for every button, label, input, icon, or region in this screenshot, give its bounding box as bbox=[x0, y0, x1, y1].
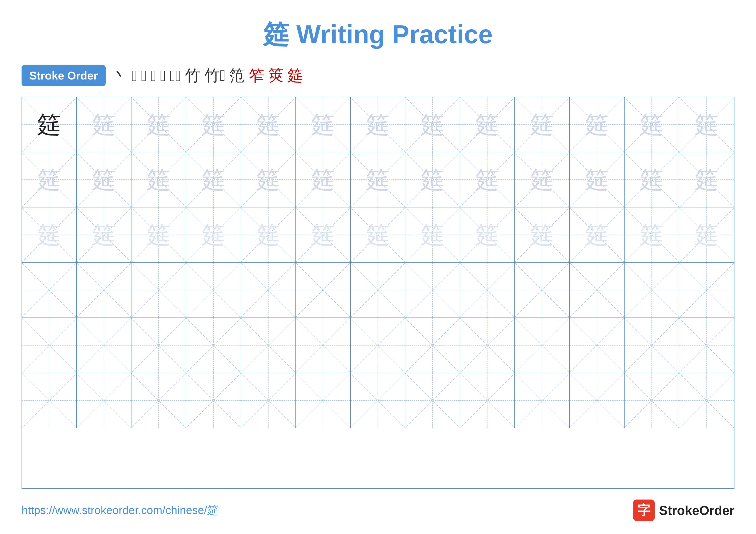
strokeorder-logo-icon: 字 bbox=[633, 499, 655, 521]
grid-cell[interactable]: 筵 bbox=[625, 152, 679, 207]
grid-cell[interactable]: 筵 bbox=[351, 97, 405, 152]
grid-cell[interactable] bbox=[515, 263, 570, 317]
grid-cell[interactable]: 筵 bbox=[77, 207, 131, 262]
practice-char: 筵 bbox=[421, 168, 445, 191]
grid-cell[interactable]: 筵 bbox=[22, 152, 77, 207]
grid-cell[interactable] bbox=[570, 373, 625, 428]
grid-cell[interactable] bbox=[186, 373, 241, 428]
grid-cell[interactable] bbox=[460, 373, 515, 428]
grid-cell[interactable] bbox=[22, 373, 77, 428]
grid-cell[interactable]: 筵 bbox=[405, 97, 460, 152]
grid-cell[interactable] bbox=[77, 318, 131, 373]
grid-cell[interactable]: 筵 bbox=[515, 97, 570, 152]
grid-cell[interactable]: 筵 bbox=[186, 152, 241, 207]
grid-cell[interactable]: 筵 bbox=[570, 97, 625, 152]
grid-cell[interactable]: 筵 bbox=[515, 152, 570, 207]
practice-char: 筵 bbox=[640, 168, 663, 191]
grid-cell[interactable]: 筵 bbox=[460, 152, 515, 207]
grid-cell[interactable]: 筵 bbox=[296, 207, 351, 262]
grid-cell[interactable] bbox=[351, 318, 405, 373]
grid-cell[interactable] bbox=[405, 318, 460, 373]
grid-cell[interactable]: 筵 bbox=[515, 207, 570, 262]
grid-cell[interactable] bbox=[186, 318, 241, 373]
grid-cell[interactable]: 筵 bbox=[131, 97, 186, 152]
practice-char: 筵 bbox=[530, 223, 554, 247]
grid-cell[interactable]: 筵 bbox=[405, 207, 460, 262]
grid-cell[interactable]: 筵 bbox=[460, 97, 515, 152]
grid-cell[interactable] bbox=[241, 373, 296, 428]
stroke-12: 筵 bbox=[287, 65, 303, 86]
grid-cell[interactable] bbox=[77, 373, 131, 428]
practice-char: 筵 bbox=[256, 223, 280, 247]
grid-cell[interactable]: 筵 bbox=[77, 152, 131, 207]
grid-cell[interactable] bbox=[679, 263, 734, 317]
grid-cell[interactable] bbox=[296, 373, 351, 428]
grid-cell[interactable] bbox=[131, 318, 186, 373]
grid-cell[interactable]: 筵 bbox=[22, 207, 77, 262]
grid-cell[interactable]: 筵 bbox=[131, 207, 186, 262]
title-char: 筵 bbox=[263, 20, 289, 49]
grid-cell[interactable]: 筵 bbox=[351, 207, 405, 262]
grid-cell[interactable]: 筵 bbox=[679, 207, 734, 262]
grid-cell[interactable]: 筵 bbox=[241, 207, 296, 262]
practice-char: 筵 bbox=[640, 223, 663, 247]
grid-cell[interactable]: 筵 bbox=[77, 97, 131, 152]
practice-char: 筵 bbox=[585, 168, 609, 191]
grid-cell[interactable] bbox=[351, 373, 405, 428]
grid-cell[interactable] bbox=[679, 373, 734, 428]
grid-cell[interactable] bbox=[625, 318, 679, 373]
grid-cell[interactable]: 筵 bbox=[679, 97, 734, 152]
practice-char: 筵 bbox=[585, 113, 609, 136]
grid-cell[interactable]: 筵 bbox=[679, 152, 734, 207]
grid-cell[interactable] bbox=[241, 263, 296, 317]
grid-cell[interactable] bbox=[625, 373, 679, 428]
grid-cell[interactable]: 筵 bbox=[625, 207, 679, 262]
grid-cell[interactable]: 筵 bbox=[351, 152, 405, 207]
grid-cell[interactable] bbox=[296, 263, 351, 317]
grid-cell[interactable]: 筵 bbox=[570, 207, 625, 262]
grid-cell[interactable] bbox=[296, 318, 351, 373]
grid-cell[interactable] bbox=[679, 318, 734, 373]
grid-cell[interactable] bbox=[186, 263, 241, 317]
logo-char: 字 bbox=[637, 502, 650, 519]
grid-cell[interactable]: 筵 bbox=[296, 152, 351, 207]
practice-char: 筵 bbox=[421, 113, 445, 136]
grid-cell[interactable] bbox=[405, 373, 460, 428]
grid-cell[interactable]: 筵 bbox=[241, 152, 296, 207]
grid-cell[interactable] bbox=[351, 263, 405, 317]
grid-cell[interactable] bbox=[22, 263, 77, 317]
practice-char: 筵 bbox=[92, 223, 116, 247]
grid-cell[interactable]: 筵 bbox=[460, 207, 515, 262]
grid-cell[interactable] bbox=[515, 318, 570, 373]
grid-row-4 bbox=[22, 263, 734, 318]
stroke-6: 𠃊𠂇 bbox=[170, 67, 181, 85]
grid-cell[interactable]: 筵 bbox=[296, 97, 351, 152]
stroke-3: 𠃋 bbox=[141, 67, 147, 85]
grid-cell[interactable]: 筵 bbox=[405, 152, 460, 207]
footer-url[interactable]: https://www.strokeorder.com/chinese/筵 bbox=[21, 503, 218, 518]
grid-cell[interactable]: 筵 bbox=[241, 97, 296, 152]
grid-cell[interactable] bbox=[405, 263, 460, 317]
grid-cell[interactable] bbox=[460, 263, 515, 317]
grid-cell[interactable] bbox=[77, 263, 131, 317]
grid-cell[interactable] bbox=[131, 373, 186, 428]
practice-char: 筵 bbox=[92, 113, 116, 136]
grid-cell[interactable] bbox=[131, 263, 186, 317]
grid-cell[interactable] bbox=[241, 318, 296, 373]
grid-cell[interactable] bbox=[515, 373, 570, 428]
grid-cell[interactable]: 筵 bbox=[131, 152, 186, 207]
grid-cell[interactable]: 筵 bbox=[625, 97, 679, 152]
stroke-11: 筴 bbox=[268, 65, 284, 86]
practice-char: 筵 bbox=[585, 223, 609, 247]
practice-char: 筵 bbox=[147, 168, 171, 191]
grid-cell[interactable] bbox=[460, 318, 515, 373]
grid-cell[interactable] bbox=[570, 318, 625, 373]
grid-cell[interactable]: 筵 bbox=[186, 207, 241, 262]
grid-cell[interactable] bbox=[22, 318, 77, 373]
grid-cell[interactable]: 筵 bbox=[570, 152, 625, 207]
grid-cell[interactable]: 筵 bbox=[22, 97, 77, 152]
practice-char: 筵 bbox=[530, 168, 554, 191]
grid-cell[interactable]: 筵 bbox=[186, 97, 241, 152]
grid-cell[interactable] bbox=[570, 263, 625, 317]
grid-cell[interactable] bbox=[625, 263, 679, 317]
